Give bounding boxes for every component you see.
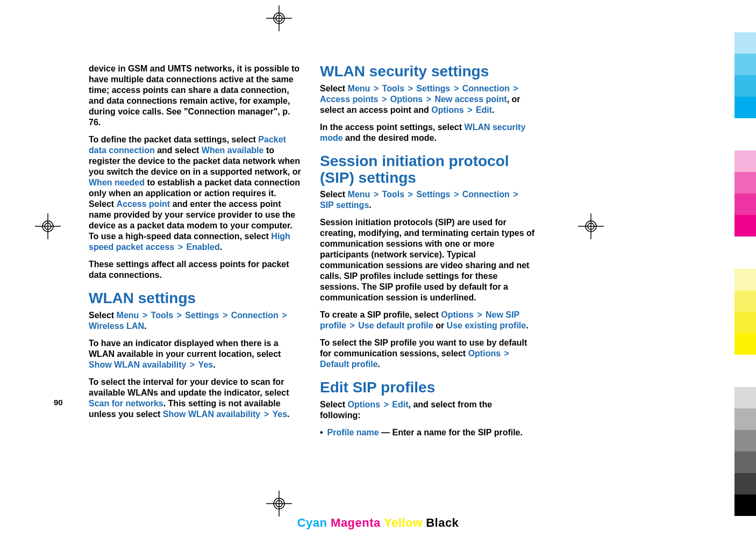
right-column: WLAN security settings Select Menu > Too…: [320, 63, 535, 438]
footer-yellow-label: Yellow: [384, 516, 422, 529]
link-default-profile: Default profile: [320, 360, 378, 369]
chevron-right-icon: >: [174, 242, 186, 252]
page-content: device in GSM and UMTS networks, it is p…: [89, 63, 535, 450]
bullet-icon: •: [320, 427, 323, 438]
footer-black-label: Black: [426, 516, 459, 529]
chevron-right-icon: >: [139, 311, 151, 320]
text: — Enter a name for the SIP profile.: [379, 428, 523, 437]
swatch: [734, 75, 756, 97]
registration-mark-icon: [266, 491, 292, 517]
link-edit: Edit: [476, 105, 492, 114]
link-yes: Yes: [198, 360, 213, 369]
link-tools: Tools: [151, 311, 173, 320]
para-settings-note: These settings affect all access points …: [89, 259, 304, 281]
swatch: [734, 193, 756, 215]
swatch: [734, 32, 756, 54]
chevron-right-icon: >: [186, 360, 198, 369]
text: To have an indicator displayed when ther…: [89, 339, 281, 358]
link-access-point: Access point: [117, 199, 170, 209]
link-connection: Connection: [462, 190, 510, 199]
footer-magenta-label: Magenta: [331, 516, 381, 529]
text: .: [213, 360, 215, 369]
colorbar-yellow: [734, 269, 756, 355]
chevron-right-icon: >: [510, 84, 519, 93]
para-wlan-scan: To select the interval for your device t…: [89, 377, 304, 420]
para-wlansec-path: Select Menu > Tools > Settings > Connect…: [320, 83, 535, 116]
text: .: [144, 321, 146, 331]
link-options-2: Options: [431, 105, 463, 114]
link-show-wlan-2: Show WLAN availability: [163, 410, 260, 419]
swatch: [734, 215, 756, 236]
link-tools: Tools: [382, 84, 404, 93]
registration-mark-icon: [578, 213, 604, 239]
chevron-right-icon: >: [510, 190, 519, 199]
swatch: [734, 269, 756, 290]
link-options: Options: [348, 400, 380, 409]
swatch: [734, 494, 756, 516]
text: Select: [320, 400, 348, 409]
text: .: [492, 105, 494, 114]
para-wlan-indicator: To have an indicator displayed when ther…: [89, 338, 304, 370]
chevron-right-icon: >: [450, 190, 462, 199]
swatch: [734, 451, 756, 473]
text: In the access point settings, select: [320, 123, 465, 132]
link-profile-name: Profile name: [327, 428, 379, 437]
para-edit-sip-select: Select Options > Edit, and select from t…: [320, 399, 535, 421]
para-sip-default: To select the SIP profile you want to us…: [320, 338, 535, 370]
chevron-right-icon: >: [173, 311, 185, 320]
swatch: [734, 312, 756, 333]
heading-edit-sip: Edit SIP profiles: [320, 379, 535, 396]
link-menu: Menu: [117, 311, 139, 320]
link-connection: Connection: [462, 84, 510, 93]
para-wlansec-mode: In the access point settings, select WLA…: [320, 122, 535, 144]
link-options: Options: [468, 349, 501, 358]
heading-wlan-security: WLAN security settings: [320, 63, 535, 80]
swatch: [734, 54, 756, 75]
swatch: [734, 172, 756, 193]
bullet-content: Profile name — Enter a name for the SIP …: [327, 427, 523, 438]
link-settings: Settings: [416, 190, 450, 199]
swatch: [734, 150, 756, 172]
text: To select the interval for your device t…: [89, 377, 289, 397]
text: Select: [320, 84, 348, 93]
swatch: [734, 97, 756, 118]
colorbar-cyan: [734, 32, 756, 118]
para-sip-description: Session initiation protocols (SIP) are u…: [320, 217, 535, 303]
swatch: [734, 387, 756, 408]
link-options: Options: [390, 95, 423, 104]
link-when-available: When available: [202, 146, 264, 155]
bullet-profile-name: • Profile name — Enter a name for the SI…: [320, 427, 535, 438]
text: To define the packet data settings, sele…: [89, 135, 258, 144]
left-column: device in GSM and UMTS networks, it is p…: [89, 63, 304, 438]
chevron-right-icon: >: [380, 400, 392, 409]
chevron-right-icon: >: [346, 321, 358, 330]
text: and the desired mode.: [343, 133, 437, 142]
chevron-right-icon: >: [378, 95, 390, 104]
text: .: [526, 321, 528, 330]
two-column-layout: device in GSM and UMTS networks, it is p…: [89, 63, 535, 438]
link-scan-networks: Scan for networks: [89, 399, 163, 408]
para-packet-data: To define the packet data settings, sele…: [89, 134, 304, 253]
registration-mark-icon: [266, 5, 292, 31]
chevron-right-icon: >: [474, 310, 486, 319]
link-menu: Menu: [348, 84, 370, 93]
link-options: Options: [441, 310, 473, 319]
link-use-default-profile: Use default profile: [358, 321, 433, 330]
para-sip-create: To create a SIP profile, select Options …: [320, 310, 535, 331]
para-sip-path: Select Menu > Tools > Settings > Connect…: [320, 189, 535, 211]
cmyk-footer: Cyan Magenta Yellow Black: [0, 516, 756, 530]
text: To create a SIP profile, select: [320, 310, 441, 319]
chevron-right-icon: >: [370, 84, 382, 93]
para-gsm: device in GSM and UMTS networks, it is p…: [89, 63, 304, 128]
text: .: [369, 200, 371, 210]
chevron-right-icon: >: [464, 105, 476, 114]
link-yes-2: Yes: [272, 410, 287, 419]
swatch: [734, 430, 756, 451]
page-number: 90: [54, 398, 63, 407]
text: or: [433, 321, 447, 330]
colorbar-magenta: [734, 150, 756, 236]
chevron-right-icon: >: [404, 84, 416, 93]
chevron-right-icon: >: [423, 95, 434, 104]
link-settings: Settings: [416, 84, 450, 93]
chevron-right-icon: >: [279, 311, 288, 320]
